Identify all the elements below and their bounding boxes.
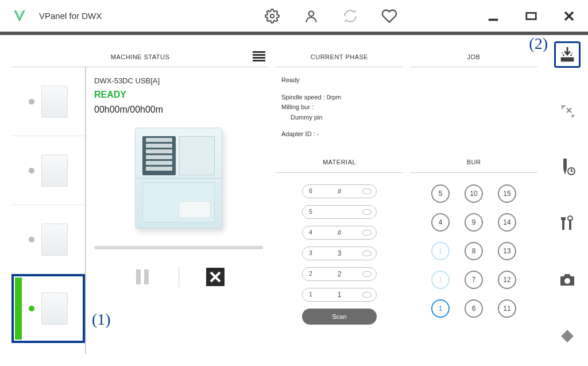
bur-slot[interactable]: 1 — [431, 242, 450, 260]
status-dot-icon — [29, 99, 34, 105]
svg-point-0 — [270, 14, 274, 18]
machine-name: DWX-53DC USB[A] — [94, 76, 263, 85]
scan-button[interactable]: Scan — [302, 309, 377, 325]
svg-point-1 — [309, 11, 314, 16]
svg-rect-5 — [253, 54, 265, 56]
material-slot[interactable]: 5 — [302, 205, 377, 219]
material-slot[interactable]: 6 # — [302, 184, 377, 198]
favorite-icon[interactable] — [381, 8, 397, 24]
bur-slot[interactable]: 1 — [431, 271, 450, 289]
bur-slot[interactable]: 11 — [498, 299, 516, 318]
bur-slot[interactable]: 1 — [431, 299, 450, 318]
machine-list-item[interactable] — [11, 205, 85, 274]
svg-rect-2 — [489, 18, 498, 21]
material-slot[interactable]: 1 1 — [302, 288, 377, 302]
header-toolbar — [264, 8, 397, 24]
clean-button[interactable] — [554, 98, 581, 124]
machine-list-item-selected[interactable] — [11, 274, 85, 343]
material-slot-num: 3 — [303, 250, 319, 256]
bur-panel: BUR 510154914181317121611 — [410, 152, 537, 332]
current-phase-body: Ready Spindle speed : 0rpm Milling bur :… — [276, 67, 403, 148]
material-slot[interactable]: 4 # — [302, 226, 377, 240]
svg-rect-4 — [253, 51, 265, 53]
material-slot[interactable]: 2 2 — [302, 267, 377, 281]
bur-slot[interactable]: 8 — [465, 242, 483, 260]
machine-time: 00h00m/00h00m — [94, 105, 263, 115]
main-area: MACHINE STATUS — [0, 35, 588, 360]
window-controls — [486, 9, 577, 24]
maximize-icon[interactable] — [524, 9, 539, 24]
right-rail — [549, 41, 586, 349]
svg-rect-9 — [144, 269, 149, 284]
machine-state: READY — [94, 90, 263, 100]
tools-button[interactable] — [554, 210, 581, 237]
material-slot-num: 5 — [303, 209, 319, 215]
app-logo-icon — [11, 8, 28, 24]
bur-slot[interactable]: 12 — [498, 271, 516, 289]
right-columns: CURRENT PHASE Ready Spindle speed : 0rpm… — [276, 47, 537, 354]
app-title: VPanel for DWX — [39, 11, 102, 21]
machine-thumb-icon — [41, 155, 68, 187]
svg-point-13 — [570, 55, 572, 56]
bur-schedule-button[interactable] — [554, 154, 581, 180]
minimize-icon[interactable] — [486, 9, 501, 24]
stop-button[interactable] — [203, 267, 227, 287]
disc-icon — [362, 271, 372, 277]
hamburger-icon[interactable] — [253, 51, 265, 61]
bur-body: 510154914181317121611 — [410, 173, 537, 325]
divider — [179, 267, 179, 287]
camera-button[interactable] — [554, 267, 581, 293]
machine-thumb-icon — [41, 86, 68, 118]
close-icon[interactable] — [562, 9, 577, 24]
svg-rect-8 — [136, 269, 141, 284]
spindle-speed: Spindle speed : 0rpm — [281, 93, 397, 103]
svg-rect-6 — [253, 57, 265, 59]
svg-rect-3 — [527, 13, 536, 19]
machine-list-item[interactable] — [11, 67, 85, 136]
svg-rect-7 — [253, 60, 265, 61]
material-slot-num: 4 — [303, 229, 319, 236]
current-phase-panel: CURRENT PHASE Ready Spindle speed : 0rpm… — [276, 47, 403, 148]
bur-slot[interactable]: 9 — [465, 213, 483, 232]
material-slot-val: # — [338, 229, 342, 237]
material-slot-val: # — [338, 187, 342, 195]
settings-icon[interactable] — [264, 8, 280, 24]
machine-thumb-icon — [41, 224, 68, 256]
material-slot-val: 1 — [338, 291, 342, 299]
machine-list-item[interactable] — [11, 136, 85, 205]
current-phase-title: CURRENT PHASE — [276, 47, 403, 67]
bur-slot[interactable]: 13 — [498, 242, 516, 260]
svg-point-12 — [563, 55, 564, 56]
adapter-id: Adapter ID : - — [281, 129, 397, 140]
output-button[interactable] — [554, 41, 581, 68]
svg-point-21 — [564, 278, 570, 284]
material-slot-num: 1 — [303, 291, 319, 298]
machine-list — [11, 67, 86, 354]
bur-slot[interactable]: 10 — [465, 184, 483, 203]
user-icon[interactable] — [303, 8, 319, 24]
svg-rect-16 — [563, 159, 567, 169]
bur-slot[interactable]: 15 — [498, 184, 516, 203]
phase-status: Ready — [281, 75, 397, 86]
machine-status-panel: MACHINE STATUS — [11, 47, 269, 354]
bur-slot[interactable]: 4 — [431, 213, 450, 232]
refresh-icon[interactable] — [342, 8, 358, 24]
machine-status-header: MACHINE STATUS — [11, 47, 269, 67]
machine-thumb-icon — [41, 292, 68, 325]
bur-title: BUR — [410, 152, 537, 173]
pause-button[interactable] — [130, 267, 154, 287]
svg-point-14 — [562, 52, 563, 53]
active-indicator — [15, 278, 22, 340]
diamond-button[interactable] — [554, 323, 581, 349]
svg-point-15 — [572, 52, 573, 53]
bur-slot[interactable]: 5 — [431, 184, 450, 203]
material-slot[interactable]: 3 3 — [302, 246, 377, 260]
callout-2: (2) — [529, 34, 548, 53]
bur-slot[interactable]: 6 — [465, 299, 483, 318]
bur-slot[interactable]: 14 — [498, 213, 516, 232]
status-dot-icon — [29, 168, 34, 174]
material-slot-num: 2 — [303, 271, 319, 277]
machine-detail: DWX-53DC USB[A] READY 00h00m/00h00m — [86, 67, 269, 354]
playback-controls — [94, 267, 263, 287]
bur-slot[interactable]: 7 — [465, 271, 483, 289]
